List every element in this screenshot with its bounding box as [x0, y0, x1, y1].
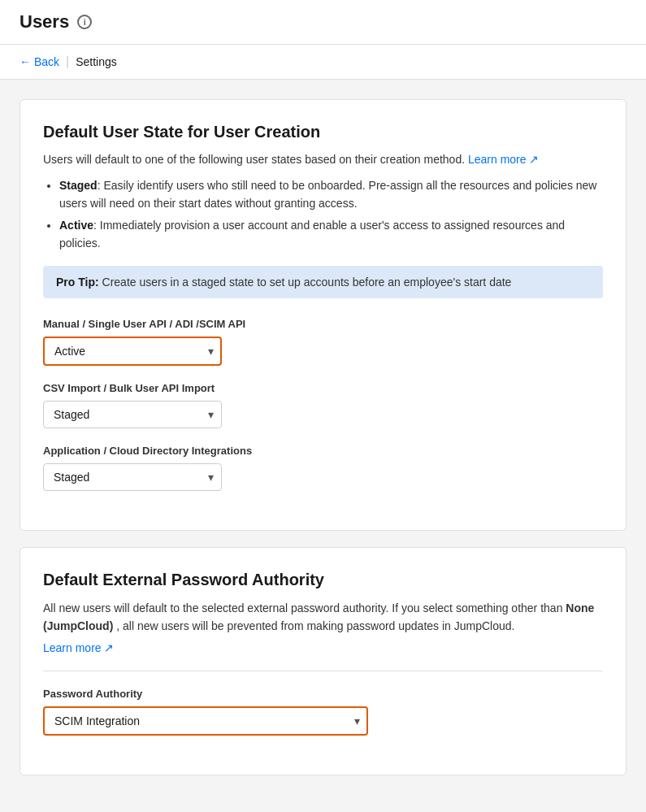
- bullet-staged-detail: : Easily identify users who still need t…: [59, 179, 596, 210]
- bullet-active: Active: Immediately provision a user acc…: [59, 216, 603, 253]
- pro-tip-text: Create users in a staged state to set up…: [102, 276, 512, 289]
- page-header: Users i: [0, 0, 646, 45]
- card2-learn-more[interactable]: Learn more ↗: [43, 641, 114, 654]
- bullet-staged-term: Staged: [59, 179, 98, 192]
- pro-tip: Pro Tip: Create users in a staged state …: [43, 266, 603, 298]
- card2-title: Default External Password Authority: [43, 571, 603, 589]
- label-app-cloud: Application / Cloud Directory Integratio…: [43, 445, 603, 457]
- page-title: Users: [20, 11, 69, 33]
- select-password-authority[interactable]: SCIM Integration None (JumpCloud) Active…: [43, 706, 368, 736]
- page-content: Default User State for User Creation Use…: [0, 80, 646, 795]
- pro-tip-label: Pro Tip:: [56, 276, 99, 289]
- card1-learn-more[interactable]: Learn more ↗: [468, 153, 539, 166]
- card1-bullet-list: Staged: Easily identify users who still …: [59, 176, 603, 253]
- field-group-app-cloud: Application / Cloud Directory Integratio…: [43, 445, 603, 491]
- select-wrapper-app-cloud: Staged Active ▾: [43, 463, 222, 491]
- info-icon[interactable]: i: [77, 15, 92, 29]
- breadcrumb-bar: ← Back | Settings: [0, 45, 646, 80]
- label-password-authority: Password Authority: [43, 688, 603, 700]
- card1-description: Users will default to one of the followi…: [43, 151, 603, 168]
- card2-desc-line2: , all new users will be prevented from m…: [116, 619, 514, 632]
- card-password-authority: Default External Password Authority All …: [20, 547, 626, 776]
- select-wrapper-manual: Active Staged ▾: [43, 337, 222, 366]
- bullet-active-term: Active: [59, 219, 93, 232]
- field-group-password-authority: Password Authority SCIM Integration None…: [43, 688, 603, 736]
- card2-description: All new users will default to the select…: [43, 599, 603, 636]
- card1-title: Default User State for User Creation: [43, 123, 603, 141]
- card2-desc-line1: All new users will default to the select…: [43, 601, 562, 614]
- field-group-manual: Manual / Single User API / ADI /SCIM API…: [43, 318, 603, 366]
- bullet-active-detail: : Immediately provision a user account a…: [59, 219, 565, 250]
- select-wrapper-csv: Staged Active ▾: [43, 401, 222, 428]
- breadcrumb-separator: |: [66, 54, 69, 69]
- card-user-state: Default User State for User Creation Use…: [20, 99, 626, 531]
- label-csv-import: CSV Import / Bulk User API Import: [43, 382, 603, 394]
- select-csv-import[interactable]: Staged Active: [43, 401, 222, 428]
- field-group-csv: CSV Import / Bulk User API Import Staged…: [43, 382, 603, 428]
- card2-divider: [43, 671, 603, 671]
- breadcrumb-current: Settings: [76, 55, 117, 68]
- select-wrapper-password: SCIM Integration None (JumpCloud) Active…: [43, 706, 368, 736]
- select-app-cloud[interactable]: Staged Active: [43, 463, 222, 491]
- select-manual-api[interactable]: Active Staged: [43, 337, 222, 366]
- bullet-staged: Staged: Easily identify users who still …: [59, 176, 603, 213]
- back-link[interactable]: ← Back: [20, 55, 59, 68]
- label-manual-api: Manual / Single User API / ADI /SCIM API: [43, 318, 603, 330]
